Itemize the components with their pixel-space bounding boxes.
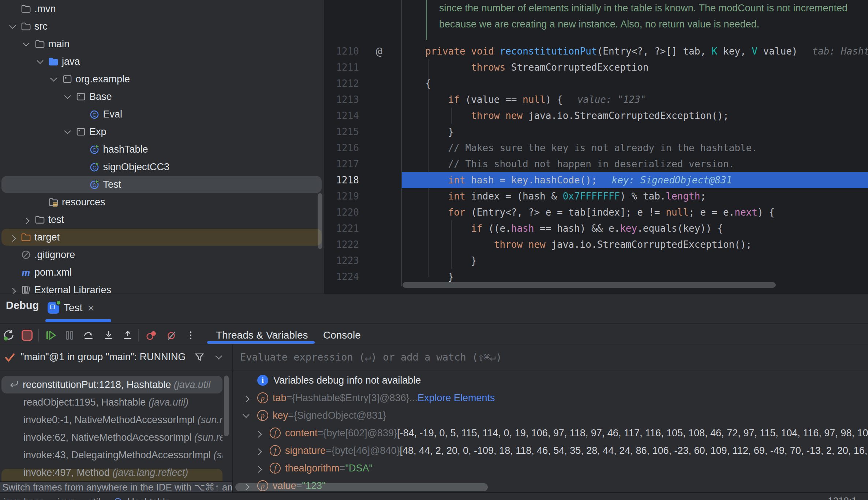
tree-item-base[interactable]: Base <box>0 88 324 105</box>
line-number-1220[interactable]: 1220 <box>330 204 359 220</box>
tree-item-org-example[interactable]: org.example <box>0 70 324 88</box>
line-number-1214[interactable]: 1214 <box>330 108 359 124</box>
frame-row[interactable]: invoke0:-1, NativeMethodAccessorImpl (su… <box>1 411 222 429</box>
stop-button[interactable] <box>21 329 33 342</box>
line-number-1218[interactable]: 1218 <box>330 172 359 188</box>
tree-item-hashtable[interactable]: ChashTable <box>0 141 324 158</box>
code-editor[interactable]: since the number of elements initially i… <box>327 0 868 294</box>
chevron-down-icon[interactable] <box>23 40 29 46</box>
divider <box>0 323 868 324</box>
annotation-gutter-icon[interactable]: @ <box>370 43 388 59</box>
chevron-down-icon[interactable] <box>37 57 43 64</box>
chevron-down-icon[interactable] <box>50 75 57 81</box>
pause-button[interactable] <box>63 329 76 342</box>
tab-threads-and-variables[interactable]: Threads & Variables <box>216 328 308 343</box>
breadcrumb[interactable]: java.base›java›util›CHashtable <box>4 494 170 500</box>
variable-row-tab[interactable]: p tab = {Hashtable$Entry[3]@836} ... Exp… <box>233 389 868 407</box>
line-number-1219[interactable]: 1219 <box>330 188 359 204</box>
step-over-button[interactable] <box>82 329 95 342</box>
step-out-icon <box>122 330 133 341</box>
tree-item-label: pom.xml <box>34 267 72 278</box>
line-number-1215[interactable]: 1215 <box>330 124 359 140</box>
line-number-1222[interactable]: 1222 <box>330 236 359 253</box>
thread-selector[interactable]: "main"@1 in group "main": RUNNING <box>0 344 232 370</box>
step-out-button[interactable] <box>121 329 134 342</box>
tree-item-test[interactable]: test <box>0 211 324 228</box>
variable-row-signature[interactable]: f signature = {byte[46]@840} [48, 44, 2,… <box>233 442 868 459</box>
line-number-1212[interactable]: 1212 <box>330 75 359 92</box>
tree-item-signobjectcc3[interactable]: CsignObjectCC3 <box>0 158 324 176</box>
breadcrumb-item[interactable]: java.base <box>4 496 44 500</box>
folder-icon <box>34 38 45 49</box>
editor-horizontal-scrollbar[interactable] <box>403 282 776 288</box>
line-number-1223[interactable]: 1223 <box>330 253 359 269</box>
thread-suspended-check-icon <box>4 351 16 363</box>
tree-item-java[interactable]: java <box>0 53 324 70</box>
explore-elements-link[interactable]: Explore Elements <box>418 392 495 404</box>
tree-item-external-libraries[interactable]: External Libraries <box>0 281 324 294</box>
frame-row[interactable]: invoke:62, NativeMethodAccessorImpl (sun… <box>1 429 222 446</box>
variables-info-row[interactable]: i Variables debug info not available <box>233 372 868 389</box>
filter-icon[interactable] <box>194 351 205 363</box>
chevron-right-icon[interactable] <box>9 288 16 294</box>
frame-pointer-icon <box>8 379 19 390</box>
chevron-down-icon[interactable] <box>216 352 222 359</box>
tree-item-main[interactable]: main <box>0 35 324 53</box>
resume-button[interactable] <box>44 329 57 342</box>
tab-console[interactable]: Console <box>323 328 361 343</box>
breadcrumb-item[interactable]: Hashtable <box>127 496 170 500</box>
chevron-down-icon[interactable] <box>243 411 249 418</box>
frame-row[interactable]: invoke:43, DelegatingMethodAccessorImpl … <box>1 446 222 464</box>
tree-item-test[interactable]: CTest <box>0 176 324 193</box>
debug-session-tab[interactable]: Test × <box>48 295 111 321</box>
line-number-1213[interactable]: 1213 <box>330 92 359 108</box>
line-number-1210[interactable]: 1210 <box>330 43 359 59</box>
mute-breakpoints-button[interactable] <box>165 329 178 342</box>
frame-row[interactable]: invoke:497, Method (java.lang.reflect) <box>1 464 222 481</box>
chevron-right-icon[interactable] <box>243 396 249 402</box>
variables-horizontal-scrollbar[interactable] <box>235 483 488 491</box>
tree-item-exp[interactable]: Exp <box>0 123 324 141</box>
chevron-down-icon[interactable] <box>64 92 71 99</box>
breadcrumb-item[interactable]: util <box>88 496 100 500</box>
line-number-1217[interactable]: 1217 <box>330 156 359 172</box>
chevron-right-icon[interactable] <box>23 217 29 224</box>
tree-item--mvn[interactable]: .mvn <box>0 0 324 18</box>
variable-row-content[interactable]: f content = {byte[602]@839} [-84, -19, 0… <box>233 424 868 442</box>
tree-item-src[interactable]: src <box>0 18 324 35</box>
variable-row-thealgorithm[interactable]: f thealgorithm = "DSA" <box>233 459 868 477</box>
view-breakpoints-button[interactable] <box>145 329 157 342</box>
caret-position: 1218:1 <box>828 495 857 500</box>
tree-item-target[interactable]: target <box>0 228 324 246</box>
tree-item-eval[interactable]: CEval <box>0 105 324 123</box>
breadcrumb-separator: › <box>105 496 108 500</box>
rerun-debug-button[interactable] <box>3 329 15 342</box>
more-button[interactable] <box>184 329 197 342</box>
package-icon <box>62 74 73 85</box>
parameter-icon: p <box>257 410 268 421</box>
close-icon[interactable]: × <box>87 301 94 315</box>
line-number-1224[interactable]: 1224 <box>330 269 359 285</box>
tree-item-resources[interactable]: resources <box>0 193 324 211</box>
variable-row-key[interactable]: p key = {SignedObject@831} <box>233 407 868 424</box>
chevron-right-icon[interactable] <box>255 448 262 455</box>
chevron-right-icon[interactable] <box>255 431 262 437</box>
project-tree-scrollbar[interactable] <box>318 193 322 249</box>
tree-item-pom-xml[interactable]: mpom.xml <box>0 264 324 281</box>
chevron-right-icon[interactable] <box>9 235 16 242</box>
line-number-1216[interactable]: 1216 <box>330 140 359 156</box>
line-number-1211[interactable]: 1211 <box>330 59 359 75</box>
chevron-right-icon[interactable] <box>255 466 262 473</box>
frame-row[interactable]: readObject:1195, Hashtable (java.util) <box>1 393 222 411</box>
evaluate-expression-field[interactable]: Evaluate expression (↵) or add a watch (… <box>233 344 868 370</box>
chevron-down-icon[interactable] <box>64 127 71 134</box>
frames-scrollbar[interactable] <box>224 376 229 436</box>
view-breakpoints-icon <box>146 330 157 341</box>
chevron-down-icon[interactable] <box>9 22 16 29</box>
frame-row[interactable]: reconstitutionPut:1218, Hashtable (java.… <box>1 376 222 393</box>
tree-item-label: External Libraries <box>34 284 111 294</box>
line-number-1221[interactable]: 1221 <box>330 220 359 236</box>
step-into-button[interactable] <box>102 329 115 342</box>
breadcrumb-item[interactable]: java <box>57 496 75 500</box>
tree-item--gitignore[interactable]: .gitignore <box>0 246 324 264</box>
